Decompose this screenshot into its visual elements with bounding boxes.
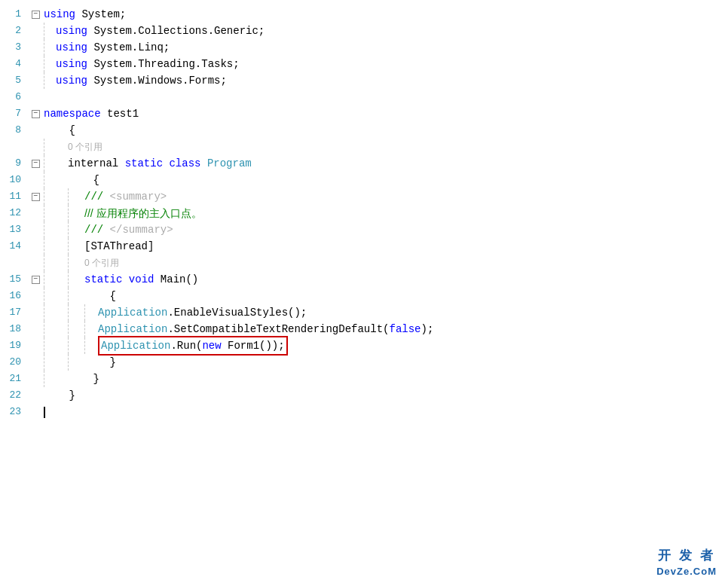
code-line-17: Application.EnableVisualStyles(); <box>44 304 728 321</box>
code-line-6 <box>44 89 728 105</box>
code-line-12: /// 应用程序的主入口点。 <box>44 205 728 221</box>
code-line-15: static void Main() <box>44 271 728 288</box>
code-line-21: } <box>44 371 728 387</box>
code-line-5: using System.Windows.Forms; <box>44 72 728 89</box>
code-line-9: internal static class Program <box>44 155 728 172</box>
code-line-22: } <box>44 387 728 404</box>
code-line-2: using System.Collections.Generic; <box>44 23 728 39</box>
code-line-4: using System.Threading.Tasks; <box>44 56 728 72</box>
fold-icon-line9[interactable]: − <box>32 160 40 168</box>
code-line-10: { <box>44 172 728 188</box>
code-line-3: using System.Linq; <box>44 39 728 56</box>
code-line-19: Application.Run(new Form1()); <box>44 337 728 354</box>
code-line-16: { <box>44 288 728 304</box>
code-line-20: } <box>44 354 728 371</box>
code-line-13: /// </summary> <box>44 221 728 238</box>
code-line-1: using System; <box>44 6 728 23</box>
code-line-11: /// <summary> <box>44 188 728 205</box>
keyword-internal: internal <box>68 155 118 172</box>
code-content: using System; using System.Collections.G… <box>44 6 728 420</box>
fold-icon-line1[interactable]: − <box>32 11 40 19</box>
code-editor: 1 2 3 4 5 6 7 8 9 10 11 12 13 14 15 16 1… <box>0 0 728 586</box>
fold-icon-line11[interactable]: − <box>32 193 40 201</box>
code-line-14: [STAThread] <box>44 238 728 255</box>
code-line-8: { <box>44 122 728 139</box>
gutter: − − − <box>27 6 44 420</box>
code-line-18: Application.SetCompatibleTextRenderingDe… <box>44 321 728 337</box>
watermark-line2: DevZe.CoM <box>656 565 717 578</box>
watermark: 开 发 者 DevZe.CoM <box>656 547 717 578</box>
fold-icon-line7[interactable]: − <box>32 110 40 118</box>
watermark-line1: 开 发 者 <box>656 547 717 565</box>
code-line-23 <box>44 404 728 420</box>
ref-count-row-2: 0 个引用 <box>44 255 728 271</box>
ref-count-row-1: 0 个引用 <box>44 139 728 155</box>
fold-icon-line15[interactable]: − <box>32 276 40 284</box>
code-line-7: namespace test1 <box>44 105 728 122</box>
line-numbers: 1 2 3 4 5 6 7 8 9 10 11 12 13 14 15 16 1… <box>0 6 27 420</box>
